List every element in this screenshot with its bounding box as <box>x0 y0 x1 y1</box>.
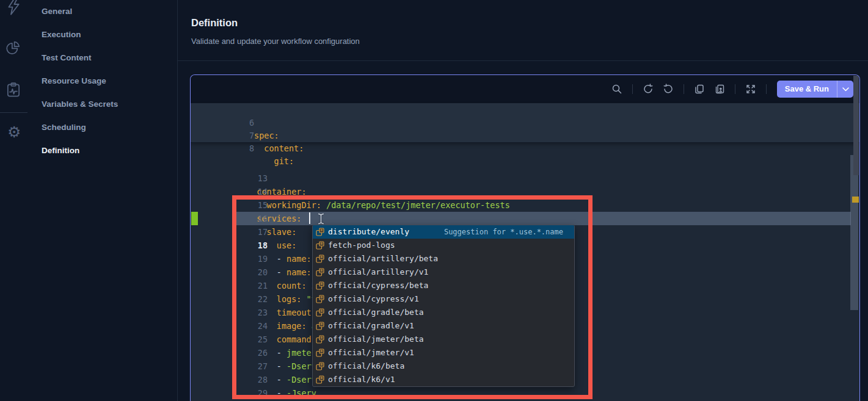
autocomplete-popup: distribute/evenly Suggestion for *.use.*… <box>312 225 575 387</box>
code-text: spec: <box>254 131 279 140</box>
suggestion-item[interactable]: official/cypress/v1 <box>313 292 574 306</box>
snippet-icon <box>316 349 324 357</box>
save-and-run-label: Save & Run <box>777 81 837 98</box>
line-number: 15 <box>230 198 268 212</box>
line-number: 14 <box>230 185 268 198</box>
text-cursor <box>309 212 310 224</box>
test-report-icon[interactable] <box>5 82 21 99</box>
flash-icon[interactable] <box>5 0 21 16</box>
suggestion-item[interactable]: fetch-pod-logs <box>313 239 574 252</box>
editor-scrollbar-thumb[interactable] <box>850 155 858 310</box>
redo-icon[interactable] <box>662 82 675 96</box>
sidebar-item[interactable]: Execution <box>42 23 177 46</box>
suggestion-item[interactable]: official/cypress/beta <box>313 279 574 292</box>
fullscreen-icon[interactable] <box>744 82 757 96</box>
line-number: 7 <box>230 129 254 142</box>
line-number: 19 <box>230 252 268 266</box>
editor-toolbar: Save & Run <box>191 75 859 103</box>
suggestion-item[interactable]: official/k6/v1 <box>313 373 574 386</box>
overview-ruler-modified-marker <box>852 197 859 203</box>
page-title: Definition <box>191 17 857 29</box>
suggestion-item[interactable]: official/gradle/v1 <box>313 319 574 333</box>
toolbar-divider <box>766 84 767 94</box>
suggestion-label: official/artillery/v1 <box>328 266 428 279</box>
suggestion-detail: Suggestion for *.use.*.name <box>444 225 574 239</box>
suggestion-label: official/jmeter/v1 <box>328 346 414 359</box>
suggestion-label: official/k6/v1 <box>328 373 395 386</box>
code-text: workingDir: /data/repo/test/jmeter/execu… <box>247 200 510 210</box>
snippet-icon <box>316 241 324 250</box>
suggestion-label: official/jmeter/beta <box>328 333 424 346</box>
suggestion-label: official/gradle/beta <box>328 306 424 319</box>
sidebar-item[interactable]: Variables & Secrets <box>42 93 177 116</box>
line-number: 25 <box>230 333 268 346</box>
line-number: 26 <box>230 346 268 359</box>
suggestion-item[interactable]: official/gradle/beta <box>313 306 574 319</box>
chevron-down-icon[interactable] <box>837 81 853 98</box>
toolbar-divider <box>684 84 684 94</box>
code-text: content: <box>254 143 304 153</box>
line-number: 29 <box>230 386 268 400</box>
sticky-scroll: 6 spec: 7 content: 8 git: <box>191 103 859 143</box>
copy-icon[interactable] <box>693 82 706 96</box>
suggestion-item[interactable]: official/jmeter/v1 <box>313 346 574 359</box>
suggestion-label: official/cypress/v1 <box>328 292 419 306</box>
sticky-code-line[interactable]: 7 content: <box>191 117 859 129</box>
line-number: 16 <box>230 212 268 225</box>
line-number: 22 <box>230 292 268 306</box>
pie-chart-icon[interactable] <box>5 40 21 57</box>
suggestion-label: distribute/evenly <box>328 225 409 239</box>
header-divider <box>177 60 868 61</box>
suggestion-item[interactable]: official/artillery/beta <box>313 252 574 266</box>
toolbar-divider <box>632 84 633 94</box>
snippet-icon <box>316 295 324 303</box>
line-number: 21 <box>230 279 268 292</box>
undo-icon[interactable] <box>641 82 655 96</box>
icon-rail: ⚙ <box>0 0 27 401</box>
snippet-icon <box>316 268 324 276</box>
settings-gear-icon[interactable]: ⚙ <box>7 124 21 140</box>
sticky-code-line[interactable]: 6 spec: <box>191 104 859 117</box>
sidebar-item[interactable]: Test Content <box>42 46 177 70</box>
sidebar-item[interactable]: Scheduling <box>42 116 177 139</box>
sidebar-item[interactable]: General <box>42 0 177 23</box>
save-and-run-button[interactable]: Save & Run <box>777 81 853 98</box>
line-number: 6 <box>230 117 254 129</box>
sidebar-item[interactable]: Resource Usage <box>42 70 177 93</box>
suggestion-label: official/gradle/v1 <box>328 319 414 333</box>
snippet-icon <box>316 255 324 263</box>
line-number: 28 <box>230 373 268 386</box>
suggestion-item[interactable]: distribute/evenly Suggestion for *.use.*… <box>313 225 574 239</box>
suggestion-item[interactable]: official/k6/beta <box>313 359 574 373</box>
code-text: git: <box>254 156 294 166</box>
main-header: Definition Validate and update your work… <box>191 0 857 46</box>
modified-line-marker <box>191 212 198 225</box>
rail-divider <box>0 112 27 113</box>
import-document-icon[interactable] <box>713 82 726 96</box>
ibeam-mouse-pointer <box>317 213 325 225</box>
suggestion-item[interactable]: official/jmeter/beta <box>313 333 574 346</box>
snippet-icon <box>316 281 324 290</box>
snippet-icon <box>316 322 324 330</box>
line-number: 8 <box>230 142 254 155</box>
popup-scrollbar-thumb[interactable] <box>853 76 859 175</box>
suggestion-label: official/cypress/beta <box>328 279 428 292</box>
settings-sidebar: General Execution Test Content Resource … <box>27 0 177 162</box>
suggestion-label: fetch-pod-logs <box>328 239 395 252</box>
snippet-icon <box>316 335 324 344</box>
suggestion-item[interactable]: official/artillery/v1 <box>313 266 574 279</box>
sticky-code-line[interactable]: 8 git: <box>191 129 859 142</box>
page-subtitle: Validate and update your workflow config… <box>191 37 857 46</box>
suggestion-label: official/k6/beta <box>328 359 404 373</box>
line-number: 13 <box>230 172 268 185</box>
search-icon[interactable] <box>610 82 624 96</box>
snippet-icon <box>316 228 324 236</box>
line-number: 20 <box>230 266 268 279</box>
sidebar-item[interactable]: Definition <box>42 139 177 162</box>
code-line[interactable]: 15 services: <box>191 172 859 185</box>
snippet-icon <box>316 362 324 370</box>
line-number: 17 <box>230 225 268 239</box>
line-number: 27 <box>230 359 268 373</box>
snippet-icon <box>316 308 324 317</box>
definition-editor[interactable]: Save & Run 6 spec: 7 content: 8 <box>190 74 860 401</box>
